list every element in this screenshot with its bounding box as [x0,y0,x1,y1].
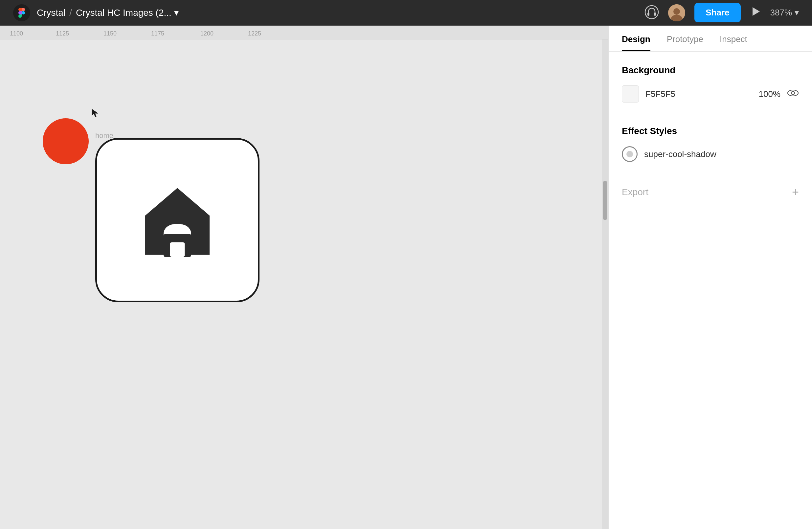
cursor-icon [91,109,99,119]
breadcrumb-chevron-icon: ▾ [174,7,179,18]
breadcrumb-separator: / [69,8,72,18]
effect-styles-title: Effect Styles [622,126,799,137]
effect-style-row: super-cool-shadow [622,146,799,162]
svg-point-9 [788,90,798,96]
right-panel: Design Prototype Inspect Background F5F5… [608,26,812,529]
home-label: home [95,131,113,140]
red-circle[interactable] [43,118,89,164]
svg-point-4 [673,8,680,15]
panel-content: Background F5F5F5 100% Effect Style [609,52,812,529]
ruler-horizontal: 1100 1125 1150 1175 1200 1225 [0,26,608,40]
zoom-indicator[interactable]: 387% ▾ [770,8,799,18]
figma-logo[interactable] [13,4,30,22]
breadcrumb-file[interactable]: Crystal HC Images (2... ▾ [76,7,179,18]
home-card[interactable] [95,138,260,302]
export-section: Export + [622,185,799,199]
background-row: F5F5F5 100% [622,85,799,102]
svg-rect-2 [654,13,656,16]
topbar-left: Crystal / Crystal HC Images (2... ▾ [13,4,179,22]
divider [622,116,799,116]
visibility-toggle-icon[interactable] [787,89,799,99]
background-color-swatch[interactable] [622,85,639,102]
zoom-level: 387% [770,8,792,18]
canvas[interactable]: 1100 1125 1150 1175 1200 1225 home [0,26,608,529]
breadcrumb: Crystal / Crystal HC Images (2... ▾ [37,7,179,18]
svg-rect-8 [170,242,185,257]
ruler-mark: 1125 [56,30,69,37]
topbar-right: Share 387% ▾ [644,3,799,22]
effect-style-name: super-cool-shadow [644,149,716,159]
avatar [668,4,685,22]
breadcrumb-project[interactable]: Crystal [37,8,66,18]
vertical-scrollbar[interactable] [602,40,608,529]
scrollbar-thumb[interactable] [603,181,607,220]
main: 1100 1125 1150 1175 1200 1225 home [0,26,812,529]
tab-design[interactable]: Design [622,34,650,51]
background-title: Background [622,65,799,75]
canvas-content: home [0,40,602,529]
ruler-mark: 1225 [248,30,261,37]
effect-style-icon [622,146,638,162]
background-hex: F5F5F5 [646,89,752,99]
ruler-mark: 1200 [200,30,214,37]
background-section: Background F5F5F5 100% [622,65,799,102]
export-add-icon[interactable]: + [792,185,799,199]
headphone-icon[interactable] [644,5,659,21]
ruler-mark: 1100 [10,30,23,37]
svg-point-10 [791,91,795,95]
svg-rect-1 [648,13,649,16]
background-opacity: 100% [759,89,781,99]
ruler-mark: 1150 [103,30,117,37]
tab-prototype[interactable]: Prototype [667,34,703,51]
effect-styles-section: Effect Styles super-cool-shadow [622,126,799,162]
play-button[interactable] [750,6,761,19]
topbar: Crystal / Crystal HC Images (2... ▾ Sh [0,0,812,26]
svg-point-0 [645,5,658,19]
share-button[interactable]: Share [694,3,740,22]
ruler-mark: 1175 [151,30,164,37]
home-icon [131,174,223,266]
zoom-chevron-icon: ▾ [795,8,799,18]
svg-marker-6 [753,7,760,16]
export-label: Export [622,187,649,198]
panel-tabs: Design Prototype Inspect [609,26,812,52]
tab-inspect[interactable]: Inspect [720,34,747,51]
